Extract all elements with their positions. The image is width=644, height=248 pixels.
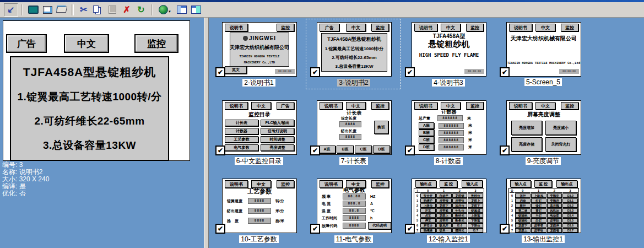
screen-checkbox[interactable] — [215, 145, 225, 155]
table-cell: 下降落 — [468, 218, 483, 223]
thumbnail-cell-8[interactable]: 说明书 中文 监控 计数器 总产量888888米A班888888米B班88888… — [405, 99, 493, 166]
table-cell: 锭轴松 — [515, 218, 531, 223]
property-value: 3 — [17, 161, 23, 169]
param-label: 温 度 — [322, 208, 340, 214]
unit-label: HZ — [370, 195, 375, 198]
table-cell: 皮带变 — [531, 223, 546, 228]
screen-checkbox[interactable] — [215, 67, 225, 77]
mini-screen: 说明书 中文 监控 电气参数 频 率88.88HZ电 流888.8A温 度88.… — [317, 179, 392, 233]
screen-checkbox[interactable] — [405, 145, 415, 155]
table-header-cell: 3 — [468, 189, 483, 193]
thumbnail-cell-13[interactable]: 输入点 监 控 输出点 O01230运行上吸风变频应O3.01启动红灯变频启O3… — [500, 177, 588, 245]
mini-monitor-button: 监 控 — [534, 180, 552, 187]
mini-monitor-button: 监控 — [371, 24, 389, 31]
table-cell: 上限位 — [420, 203, 436, 208]
delete-icon[interactable]: ✗ — [120, 4, 134, 16]
main-area: 广告 中文 监控 TJFA458A型悬锭粗纱机 1.锭翼最高工艺转速1000转/… — [0, 18, 644, 248]
screen-checkbox[interactable] — [310, 224, 320, 234]
menu-button: 计数器 — [225, 128, 258, 134]
menu-button: 时间调整 — [261, 136, 294, 143]
panel-splitter[interactable] — [204, 18, 209, 248]
thumbnail-label: 7-计长表 — [313, 157, 394, 166]
table-cell: 变频应 — [547, 193, 562, 198]
thumbnail-cell-4[interactable]: 说明书 中文 监控 TJFA458A型 悬锭粗纱机 HIGH SPEED FLY… — [405, 21, 493, 88]
globe-icon[interactable] — [156, 4, 170, 16]
thumbnail-label: 6-中文监控目录 — [219, 157, 299, 166]
table-header-cell: 2 — [452, 189, 468, 193]
screen-checkbox[interactable] — [500, 224, 510, 234]
param-value: 8888 — [343, 215, 366, 221]
shift-select-button: D班 — [419, 144, 434, 150]
param-label: 电 流 — [322, 201, 340, 207]
table-cell: 白灯 — [531, 218, 546, 223]
thumbnail-cell-3-selected[interactable]: 广告 中文 监控 TJFA458A型悬锭粗纱机 1.锭翼最高工艺转速1000转/… — [310, 21, 398, 88]
table-cell: 龙筋上 — [436, 213, 452, 218]
select-tool-icon[interactable]: ↙ — [4, 3, 18, 17]
property-label: 优化: — [2, 190, 17, 197]
thumbnail-label: 11-电气参数 — [313, 235, 394, 244]
refresh-icon[interactable]: ↻ — [134, 4, 148, 16]
process-params-title: 工艺参数 — [223, 187, 296, 196]
thumbnail-cell-5[interactable]: 说明书 中文 监控 天津宏大纺织机械有限公司 TIANJIN HONGDA TE… — [500, 21, 588, 88]
table-cell: 断纱光 — [452, 213, 468, 218]
row-number: 4 — [415, 213, 420, 218]
param-row: 工作时间8888h — [317, 215, 391, 221]
unit-label: 米 — [468, 130, 472, 136]
row-number: 7 — [510, 228, 515, 233]
paste-icon[interactable] — [105, 4, 120, 16]
mini-monitor-button: 监控 — [561, 102, 578, 110]
mini-manual-button: 说明书 — [225, 180, 248, 188]
screen-checkbox[interactable] — [500, 145, 510, 155]
thumbnail-cell-7[interactable]: 说明书 中文 监控 计长表 设定长度 8888 纺出长度 8888 换班 A班B… — [310, 99, 398, 166]
screen-properties: 编号: 3名称: 说明书2大小: 320 X 240编译: 是优化: 否 — [2, 161, 49, 197]
screen-checkbox[interactable] — [215, 224, 225, 234]
mini-output-button: 输出点 — [556, 180, 577, 187]
screen-checkbox[interactable] — [310, 67, 320, 77]
screen-checkbox[interactable] — [405, 224, 415, 234]
toolbar-separator — [72, 4, 74, 15]
screen-checkbox[interactable] — [405, 67, 415, 77]
screen-monitor-icon[interactable] — [26, 4, 40, 16]
thumbnail-label: 3-说明书2 — [313, 78, 394, 88]
table-cell: 生头位 — [452, 208, 468, 213]
param-row: 电 流888.8A — [317, 201, 391, 207]
image-window-icon[interactable] — [40, 4, 55, 16]
row-number: 5 — [510, 218, 515, 223]
table-cell: O3.3 — [562, 208, 578, 213]
unit-label: A — [370, 202, 373, 206]
layout-list-icon[interactable] — [175, 4, 189, 16]
row-number: 3 — [510, 208, 515, 213]
table-cell: O3.0 — [562, 193, 578, 198]
spec-line: 2.可纺纤维长22-65mm — [332, 55, 376, 61]
table-header-cell: 0 — [515, 189, 531, 193]
brightness-down-button: 亮度减小 — [545, 121, 576, 135]
table-cell: 吸风开 — [436, 223, 452, 228]
thumbnail-cell-12[interactable]: 输出点 监 控 输入点 I01230安全开自动手龙筋锁换纱位1热继护皮带按皮带张… — [405, 177, 493, 245]
thumbnail-cell-2[interactable]: 说明书 监控 JINGWEI 天津宏大纺织机械有限公司 TIANJIN HONG… — [215, 21, 304, 88]
thumbnail-cell-11[interactable]: 说明书 中文 监控 电气参数 频 率88.88HZ电 流888.8A温 度88.… — [310, 177, 398, 245]
param-value: 88.88 — [343, 193, 366, 200]
screen-checkbox[interactable] — [310, 145, 320, 155]
copy-icon[interactable] — [91, 4, 105, 16]
shift-select-button: B班 — [419, 130, 434, 136]
mini-input-button: 输入点 — [510, 180, 531, 187]
logo-text: JINGWEI — [249, 35, 276, 41]
cut-icon[interactable]: ✂ — [77, 4, 91, 16]
thumbnail-label: 9-亮度调节 — [503, 157, 583, 166]
screen-checkbox[interactable] — [500, 67, 510, 77]
thumbnail-cell-6[interactable]: 说明书 中文 广告 监控目录 计长表PLC输入/输出计数器信号灯说明工艺参数时间… — [215, 99, 304, 166]
thumbnail-cell-9[interactable]: 说明书 中文 监控 屏幕亮度调整 亮度增加 亮度减小 亮度存储 关闭背光灯 9-… — [500, 99, 588, 166]
table-header-cell: 0 — [420, 189, 436, 193]
backlight-off-button: 关闭背光灯 — [545, 137, 576, 152]
mini-screen: 说明书 中文 监控 TJFA458A型 悬锭粗纱机 HIGH SPEED FLY… — [412, 22, 486, 77]
total-label: 总产量 — [419, 116, 433, 121]
mini-english-button: 英文 — [225, 66, 247, 74]
spec-line: 2.可纺纤维长22-65mm — [34, 114, 144, 128]
param-label: 捻 度 — [227, 218, 246, 224]
electric-params-title: 电气参数 — [317, 186, 391, 194]
open-image-icon[interactable] — [55, 4, 69, 16]
company-name-cn: 天津宏大纺织机械有限公司 — [507, 35, 581, 42]
thumbnail-cell-10[interactable]: 说明书 中文 监控 工艺参数 锭翼速度8888转/分纺出速度8888米/分捻 度… — [215, 177, 304, 245]
unit-label: 捻/米 — [275, 218, 284, 224]
layout-grid-icon[interactable] — [189, 4, 203, 16]
